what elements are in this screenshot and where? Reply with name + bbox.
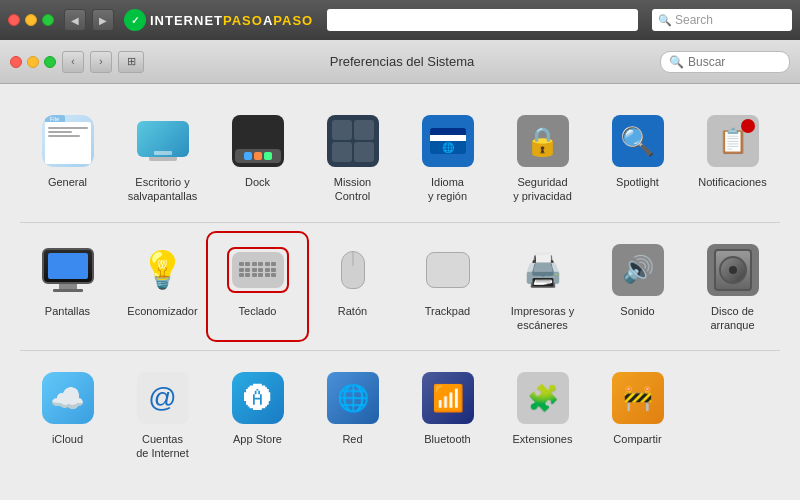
extensions-icon: 🧩 [514, 369, 572, 427]
pref-item-dock[interactable]: Dock [210, 106, 305, 210]
window-close-button[interactable] [10, 56, 22, 68]
pref-item-notifications[interactable]: 📋 Notificaciones [685, 106, 780, 210]
browser-search-bar[interactable]: 🔍 Search [652, 9, 792, 31]
personal-section: File General [20, 94, 780, 223]
pref-item-security[interactable]: 🔒 Seguridady privacidad [495, 106, 590, 210]
internet-section: ☁️ iCloud @ Cuentasde Internet 🅐 [20, 351, 780, 479]
appstore-label: App Store [233, 432, 282, 446]
browser-search-icon: 🔍 [658, 14, 672, 27]
pref-item-mouse[interactable]: Ratón [305, 235, 400, 339]
printers-label: Impresoras yescáneres [511, 304, 575, 333]
window-minimize-button[interactable] [27, 56, 39, 68]
pref-item-sharing[interactable]: 🚧 Compartir [590, 363, 685, 467]
logo-text: INTERNETPASOAPASO [150, 13, 313, 28]
browser-close-button[interactable] [8, 14, 20, 26]
window-zoom-button[interactable] [44, 56, 56, 68]
energy-icon: 💡 [134, 241, 192, 299]
window-traffic-lights [10, 56, 56, 68]
spotlight-icon: 🔍 [609, 112, 667, 170]
keyboard-icon [229, 241, 287, 299]
general-label: General [48, 175, 87, 189]
sharing-label: Compartir [613, 432, 661, 446]
dock-icon [229, 112, 287, 170]
internet-icon-grid: ☁️ iCloud @ Cuentasde Internet 🅐 [20, 363, 685, 467]
desktop-label: Escritorio ysalvapantallas [128, 175, 198, 204]
pref-item-spotlight[interactable]: 🔍 Spotlight [590, 106, 685, 210]
window-title: Preferencias del Sistema [150, 54, 654, 69]
pref-item-internet-accounts[interactable]: @ Cuentasde Internet [115, 363, 210, 467]
pref-item-keyboard[interactable]: Teclado [210, 235, 305, 339]
pref-item-trackpad[interactable]: Trackpad [400, 235, 495, 339]
system-preferences-window: ‹ › ⊞ Preferencias del Sistema 🔍 File [0, 40, 800, 500]
preferences-content: File General [0, 84, 800, 489]
trackpad-label: Trackpad [425, 304, 470, 318]
window-title-bar: ‹ › ⊞ Preferencias del Sistema 🔍 [0, 40, 800, 84]
notifications-icon: 📋 [704, 112, 762, 170]
browser-traffic-lights [8, 14, 54, 26]
internet-accounts-label: Cuentasde Internet [136, 432, 189, 461]
pref-item-energy[interactable]: 💡 Economizador [115, 235, 210, 339]
network-icon: 🌐 [324, 369, 382, 427]
security-icon: 🔒 [514, 112, 572, 170]
trackpad-icon [419, 241, 477, 299]
window-search-input[interactable] [688, 55, 778, 69]
dock-label: Dock [245, 175, 270, 189]
desktop-icon [134, 112, 192, 170]
pref-item-startup[interactable]: Disco dearranque [685, 235, 780, 339]
pref-item-appstore[interactable]: 🅐 App Store [210, 363, 305, 467]
pref-item-language[interactable]: 🌐 Idiomay región [400, 106, 495, 210]
language-label: Idiomay región [428, 175, 467, 204]
spotlight-label: Spotlight [616, 175, 659, 189]
browser-bar: ◀ ▶ ✓ INTERNETPASOAPASO 🔍 Search [0, 0, 800, 40]
mouse-icon [324, 241, 382, 299]
personal-icon-grid: File General [20, 106, 780, 210]
appstore-icon: 🅐 [229, 369, 287, 427]
energy-label: Economizador [127, 304, 197, 318]
url-bar[interactable] [327, 9, 638, 31]
extensions-label: Extensiones [513, 432, 573, 446]
mission-icon [324, 112, 382, 170]
notifications-label: Notificaciones [698, 175, 766, 189]
general-icon: File [39, 112, 97, 170]
pref-item-extensions[interactable]: 🧩 Extensiones [495, 363, 590, 467]
window-forward-button[interactable]: › [90, 51, 112, 73]
pref-item-printers[interactable]: 🖨️ Impresoras yescáneres [495, 235, 590, 339]
pref-item-sound[interactable]: 🔊 Sonido [590, 235, 685, 339]
icloud-label: iCloud [52, 432, 83, 446]
mission-label: MissionControl [334, 175, 371, 204]
pref-item-bluetooth[interactable]: 📶 Bluetooth [400, 363, 495, 467]
keyboard-label: Teclado [239, 304, 277, 318]
window-search-box[interactable]: 🔍 [660, 51, 790, 73]
language-icon: 🌐 [419, 112, 477, 170]
bluetooth-icon: 📶 [419, 369, 477, 427]
pref-item-desktop[interactable]: Escritorio ysalvapantallas [115, 106, 210, 210]
startup-icon [704, 241, 762, 299]
browser-search-placeholder: Search [675, 13, 713, 27]
hardware-icon-grid: Pantallas 💡 Economizador [20, 235, 780, 339]
search-icon: 🔍 [669, 55, 684, 69]
startup-label: Disco dearranque [710, 304, 754, 333]
browser-forward-button[interactable]: ▶ [92, 9, 114, 31]
pref-item-mission[interactable]: MissionControl [305, 106, 400, 210]
browser-back-button[interactable]: ◀ [64, 9, 86, 31]
window-grid-button[interactable]: ⊞ [118, 51, 144, 73]
sharing-icon: 🚧 [609, 369, 667, 427]
icloud-icon: ☁️ [39, 369, 97, 427]
pref-item-network[interactable]: 🌐 Red [305, 363, 400, 467]
display-label: Pantallas [45, 304, 90, 318]
window-back-button[interactable]: ‹ [62, 51, 84, 73]
printers-icon: 🖨️ [514, 241, 572, 299]
browser-minimize-button[interactable] [25, 14, 37, 26]
network-label: Red [342, 432, 362, 446]
sound-icon: 🔊 [609, 241, 667, 299]
browser-logo: ✓ INTERNETPASOAPASO [124, 9, 313, 31]
pref-item-icloud[interactable]: ☁️ iCloud [20, 363, 115, 467]
security-label: Seguridady privacidad [513, 175, 572, 204]
mouse-label: Ratón [338, 304, 367, 318]
display-icon [39, 241, 97, 299]
browser-maximize-button[interactable] [42, 14, 54, 26]
pref-item-general[interactable]: File General [20, 106, 115, 210]
internet-accounts-icon: @ [134, 369, 192, 427]
logo-icon: ✓ [124, 9, 146, 31]
pref-item-display[interactable]: Pantallas [20, 235, 115, 339]
